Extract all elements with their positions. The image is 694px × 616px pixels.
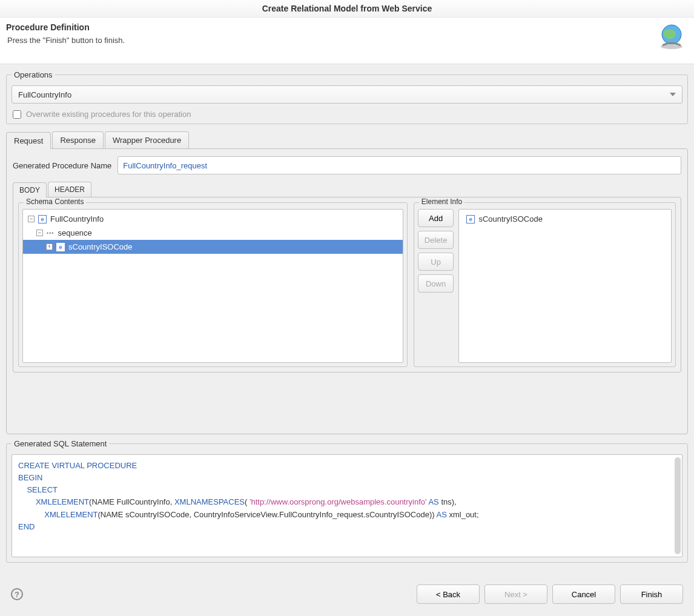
cancel-button[interactable]: Cancel <box>552 585 615 604</box>
element-info-group: Element Info Add Delete Up Down e sCount… <box>414 202 676 367</box>
element-item[interactable]: e sCountryISOCode <box>459 212 671 226</box>
subtab-header[interactable]: HEADER <box>48 182 91 197</box>
collapse-icon[interactable]: − <box>36 230 43 236</box>
next-button[interactable]: Next > <box>484 585 547 604</box>
page-subtitle: Press the "Finish" button to finish. <box>7 36 655 45</box>
tree-label: sequence <box>58 228 91 237</box>
up-button[interactable]: Up <box>418 253 454 271</box>
schema-tree[interactable]: − e FullCountryInfo − ••• sequence + e s… <box>22 209 403 363</box>
schema-legend: Schema Contents <box>24 197 86 206</box>
wizard-footer: ? < Back Next > Cancel Finish <box>0 572 694 616</box>
overwrite-label: Overwrite existing procedures for this o… <box>26 110 191 119</box>
element-icon: e <box>38 215 47 224</box>
down-button[interactable]: Down <box>418 274 454 293</box>
sub-tabs: BODY HEADER <box>13 182 681 197</box>
proc-name-label: Generated Procedure Name <box>13 161 111 170</box>
proc-name-input[interactable] <box>117 156 681 174</box>
back-button[interactable]: < Back <box>417 585 480 604</box>
window-title: Create Relational Model from Web Service <box>0 0 694 18</box>
subtab-body[interactable]: BODY <box>13 182 47 197</box>
tab-response[interactable]: Response <box>52 131 104 148</box>
tree-label: sCountryISOCode <box>68 242 133 251</box>
element-icon: e <box>56 243 65 251</box>
schema-contents-group: Schema Contents − e FullCountryInfo − ••… <box>18 202 408 367</box>
sql-legend: Generated SQL Statement <box>12 439 109 448</box>
sequence-icon: ••• <box>47 230 54 236</box>
element-icon: e <box>466 215 475 224</box>
tab-wrapper[interactable]: Wrapper Procedure <box>105 131 189 148</box>
element-info-legend: Element Info <box>419 197 464 206</box>
page-title: Procedure Definition <box>6 22 655 32</box>
element-list[interactable]: e sCountryISOCode <box>458 209 672 363</box>
element-label: sCountryISOCode <box>478 214 543 224</box>
add-button[interactable]: Add <box>418 209 454 227</box>
scrollbar[interactable] <box>675 457 681 554</box>
tree-item-scountryisocode[interactable]: + e sCountryISOCode <box>23 240 403 254</box>
request-panel: Generated Procedure Name BODY HEADER Sch… <box>6 148 688 434</box>
operations-selected: FullCountryInfo <box>18 90 71 99</box>
sql-textarea[interactable]: CREATE VIRTUAL PROCEDURE BEGIN SELECT XM… <box>12 454 682 557</box>
chevron-down-icon <box>670 93 676 96</box>
operations-combo[interactable]: FullCountryInfo <box>12 85 682 104</box>
wizard-header: Procedure Definition Press the "Finish" … <box>0 18 694 64</box>
main-tabs: Request Response Wrapper Procedure <box>6 131 688 148</box>
body-panel: Schema Contents − e FullCountryInfo − ••… <box>13 197 681 373</box>
sql-group: Generated SQL Statement CREATE VIRTUAL P… <box>6 439 688 563</box>
operations-legend: Operations <box>12 70 55 79</box>
delete-button[interactable]: Delete <box>418 231 454 249</box>
tree-item-sequence[interactable]: − ••• sequence <box>23 226 403 240</box>
tree-label: FullCountryInfo <box>50 214 104 224</box>
globe-icon <box>655 22 688 53</box>
collapse-icon[interactable]: − <box>28 216 35 222</box>
finish-button[interactable]: Finish <box>620 585 683 604</box>
tree-item-fullcountryinfo[interactable]: − e FullCountryInfo <box>23 212 403 226</box>
tab-request[interactable]: Request <box>6 132 51 149</box>
overwrite-checkbox[interactable] <box>13 110 21 119</box>
operations-group: Operations FullCountryInfo Overwrite exi… <box>6 70 688 124</box>
help-icon[interactable]: ? <box>11 588 23 600</box>
expand-icon[interactable]: + <box>46 243 53 250</box>
